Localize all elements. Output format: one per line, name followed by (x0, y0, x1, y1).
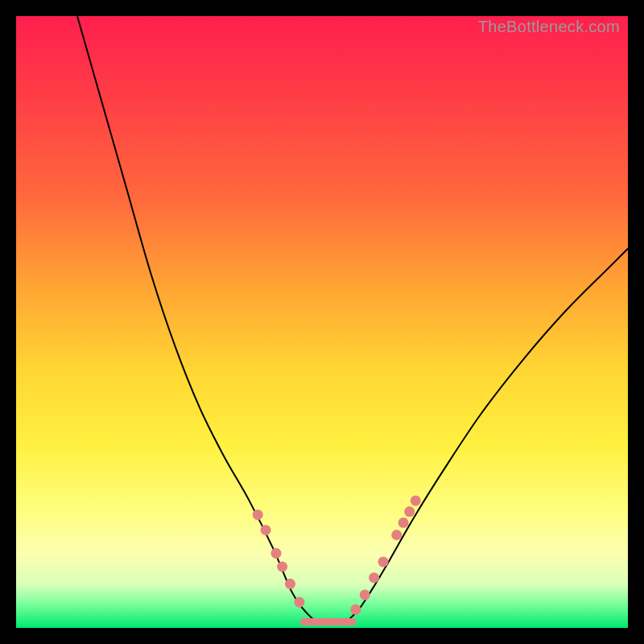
highlight-dot (398, 518, 409, 528)
highlight-dot (391, 530, 402, 540)
highlight-dot (285, 579, 295, 589)
chart-frame: TheBottleneck.com (0, 0, 644, 644)
highlight-dot (369, 572, 379, 583)
highlight-dot (360, 589, 370, 600)
highlight-dot (294, 597, 304, 608)
highlight-dot (350, 605, 361, 615)
left-curve (77, 16, 316, 621)
highlight-dot (277, 562, 287, 572)
highlight-dot (261, 525, 271, 535)
right-curve (346, 249, 628, 622)
highlight-dot (411, 495, 421, 506)
highlight-dot (253, 510, 263, 520)
highlight-dots (253, 495, 421, 614)
highlight-dot (378, 556, 389, 567)
plot-area: TheBottleneck.com (16, 16, 628, 628)
highlight-dot (271, 548, 282, 559)
curves-svg (16, 16, 628, 628)
highlight-dot (404, 506, 415, 517)
